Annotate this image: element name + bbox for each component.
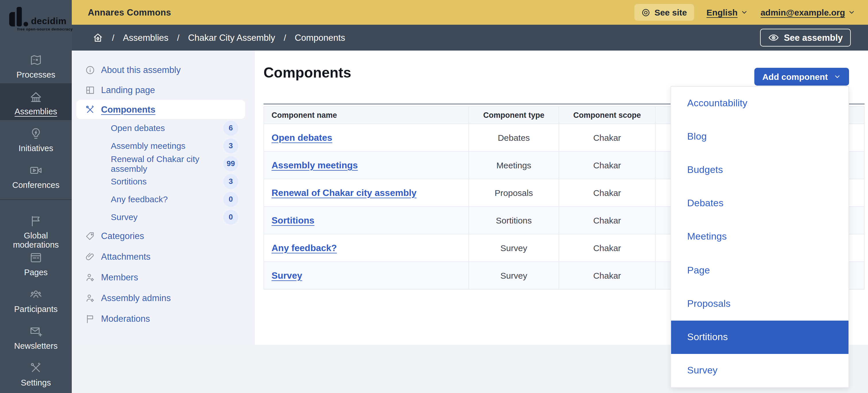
assembly-menu: About this assembly Landing page Compone… [72, 51, 255, 345]
add-component-button[interactable]: Add component [754, 68, 849, 86]
component-scope: Chakar [559, 152, 656, 179]
sidebar-item-newsletters[interactable]: Newsletters [0, 318, 72, 355]
component-type: Survey [469, 234, 559, 261]
tools-icon [29, 361, 42, 374]
tools-icon [85, 104, 95, 115]
sidebar-item-conferences[interactable]: Conferences [0, 157, 72, 194]
page-icon [29, 251, 42, 264]
component-type: Sortitions [469, 207, 559, 234]
see-assembly-label: See assembly [784, 32, 843, 43]
sidebar-item-processes[interactable]: Processes [0, 47, 72, 83]
menu-item-assembly-admins[interactable]: Assembly admins [72, 288, 255, 309]
decidim-logo-text: decidim [31, 16, 67, 26]
sidebar-item-global-moderations[interactable]: Global moderations [0, 207, 72, 244]
breadcrumb-separator: / [112, 33, 114, 43]
chevron-down-icon [834, 73, 841, 80]
breadcrumb-assemblies[interactable]: Assemblies [123, 32, 168, 43]
dropdown-item-accountability[interactable]: Accountability [671, 87, 848, 120]
dropdown-item-budgets[interactable]: Budgets [671, 153, 848, 187]
component-type: Proposals [469, 179, 559, 206]
paperclip-icon [85, 252, 95, 262]
decidim-logo-mark: decidim [9, 7, 72, 26]
menu-item-about[interactable]: About this assembly [72, 60, 255, 80]
component-link-any-feedback[interactable]: Any feedback? 0 [72, 190, 255, 208]
flag-icon [29, 214, 42, 227]
component-link-sortitions[interactable]: Sortitions 3 [72, 172, 255, 190]
dropdown-item-meetings[interactable]: Meetings [671, 220, 848, 254]
language-label: English [706, 7, 737, 17]
lightbulb-icon [29, 127, 42, 140]
component-name-link[interactable]: Assembly meetings [272, 160, 358, 170]
flag-icon [85, 314, 95, 324]
see-site-label: See site [654, 7, 687, 17]
component-link-survey[interactable]: Survey 0 [72, 208, 255, 226]
component-scope: Chakar [559, 207, 656, 234]
dropdown-item-survey[interactable]: Survey [671, 354, 848, 387]
component-link-assembly-meetings[interactable]: Assembly meetings 3 [72, 137, 255, 155]
component-type: Debates [469, 124, 559, 151]
info-icon [85, 65, 95, 75]
component-name-link[interactable]: Renewal of Chakar city assembly [272, 188, 416, 198]
add-component-dropdown: Accountability Blog Budgets Debates Meet… [671, 86, 849, 388]
menu-item-moderations[interactable]: Moderations [72, 309, 255, 329]
user-gear-icon [85, 293, 95, 303]
component-name-link[interactable]: Open debates [272, 133, 332, 143]
bank-icon [29, 90, 42, 104]
count-badge: 99 [223, 156, 238, 171]
menu-item-landing-page[interactable]: Landing page [72, 80, 255, 100]
map-icon [29, 53, 42, 67]
eye-icon [768, 32, 779, 43]
component-link-renewal[interactable]: Renewal of Chakar city assembly 99 [72, 155, 255, 172]
component-name-link[interactable]: Any feedback? [272, 243, 337, 253]
component-scope: Chakar [559, 234, 656, 261]
breadcrumb-separator: / [177, 33, 179, 43]
count-badge: 6 [223, 120, 238, 135]
dropdown-item-blog[interactable]: Blog [671, 120, 848, 153]
menu-item-categories[interactable]: Categories [72, 226, 255, 247]
target-icon [641, 8, 650, 17]
sidebar-item-initiatives[interactable]: Initiatives [0, 120, 72, 157]
sidebar-item-assemblies[interactable]: Assemblies [0, 83, 72, 120]
component-scope: Chakar [559, 179, 656, 206]
mail-add-icon [29, 325, 42, 338]
app-window: Annares Commons See site English admin@e… [0, 0, 868, 393]
home-icon[interactable] [92, 32, 103, 43]
see-site-button[interactable]: See site [634, 4, 694, 21]
component-type: Meetings [469, 152, 559, 179]
menu-item-attachments[interactable]: Attachments [72, 247, 255, 267]
breadcrumb: / Assemblies / Chakar City Assembly / Co… [72, 25, 868, 51]
layout-icon [85, 85, 95, 95]
component-name-link[interactable]: Survey [272, 270, 302, 281]
user-menu[interactable]: admin@example.org [761, 7, 856, 17]
component-scope: Chakar [559, 262, 656, 289]
sidebar-item-participants[interactable]: Participants [0, 281, 72, 318]
sidebar-divider [0, 199, 72, 200]
dropdown-item-sortitions[interactable]: Sortitions [671, 320, 848, 354]
page-title: Components [264, 64, 351, 81]
menu-item-members[interactable]: Members [72, 267, 255, 288]
breadcrumb-assembly-name[interactable]: Chakar City Assembly [188, 32, 275, 43]
count-badge: 3 [223, 174, 238, 189]
decidim-logo[interactable]: decidim free open-source democracy [0, 0, 72, 31]
menu-item-components[interactable]: Components [76, 100, 245, 119]
col-header-name: Component name [264, 107, 469, 123]
organization-title: Annares Commons [88, 7, 171, 18]
chevron-down-icon [848, 9, 856, 16]
dropdown-item-debates[interactable]: Debates [671, 187, 848, 220]
dropdown-item-page[interactable]: Page [671, 254, 848, 287]
language-selector[interactable]: English [706, 7, 748, 17]
component-scope: Chakar [559, 124, 656, 151]
count-badge: 3 [223, 138, 238, 153]
sidebar-item-pages[interactable]: Pages [0, 244, 72, 281]
breadcrumb-components[interactable]: Components [295, 32, 345, 43]
tag-icon [85, 231, 95, 241]
main-sidebar: decidim free open-source democracy Proce… [0, 0, 72, 393]
people-icon [29, 288, 42, 301]
component-name-link[interactable]: Sortitions [272, 215, 314, 226]
breadcrumb-separator: / [284, 33, 286, 43]
component-link-open-debates[interactable]: Open debates 6 [72, 119, 255, 137]
see-assembly-button[interactable]: See assembly [761, 29, 851, 47]
sidebar-item-settings[interactable]: Settings [0, 355, 72, 391]
dropdown-item-proposals[interactable]: Proposals [671, 287, 848, 320]
count-badge: 0 [223, 192, 238, 206]
